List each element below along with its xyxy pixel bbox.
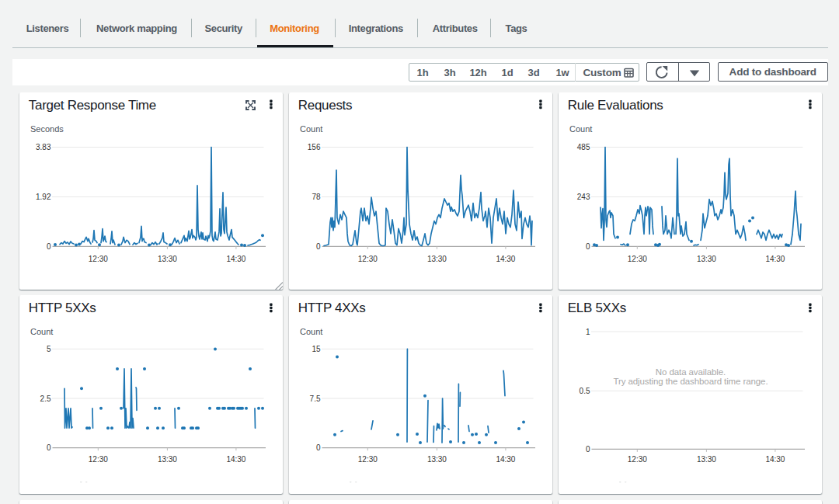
svg-text:Count: Count	[300, 327, 322, 336]
svg-text:0.5: 0.5	[580, 387, 590, 395]
svg-text:0: 0	[316, 443, 321, 452]
svg-text:14:30: 14:30	[496, 255, 515, 263]
svg-text:14:30: 14:30	[226, 456, 245, 464]
svg-text:12:30: 12:30	[89, 456, 108, 464]
svg-text:1: 1	[586, 328, 590, 336]
svg-text:0: 0	[586, 445, 590, 454]
svg-text:13:30: 13:30	[158, 255, 177, 263]
svg-text:Count: Count	[300, 124, 322, 134]
svg-text:243: 243	[577, 193, 590, 201]
svg-text:485: 485	[577, 143, 590, 151]
svg-text:2.5: 2.5	[40, 395, 51, 403]
svg-text:Try adjusting the dashboard ti: Try adjusting the dashboard time range.	[614, 377, 768, 386]
svg-text:14:30: 14:30	[765, 456, 785, 464]
svg-text:13:30: 13:30	[427, 255, 447, 263]
svg-text:1.92: 1.92	[36, 193, 51, 201]
svg-text:13:30: 13:30	[427, 456, 447, 464]
svg-text:12:30: 12:30	[628, 255, 647, 263]
svg-text:15: 15	[312, 345, 321, 353]
svg-text:14:30: 14:30	[496, 456, 515, 464]
svg-text:156: 156	[308, 143, 321, 151]
svg-text:5: 5	[47, 345, 51, 353]
svg-text:13:30: 13:30	[697, 255, 716, 263]
svg-text:12:30: 12:30	[358, 255, 378, 263]
svg-text:78: 78	[312, 193, 321, 201]
svg-text:14:30: 14:30	[226, 255, 245, 263]
svg-text:3.83: 3.83	[36, 143, 51, 151]
svg-text:Count: Count	[569, 124, 592, 134]
svg-text:Count: Count	[30, 327, 53, 336]
svg-text:12:30: 12:30	[89, 255, 108, 263]
svg-text:0: 0	[47, 242, 51, 251]
svg-text:No data available.: No data available.	[656, 367, 726, 377]
svg-text:7.5: 7.5	[310, 395, 321, 403]
svg-text:14:30: 14:30	[765, 255, 785, 263]
svg-text:12:30: 12:30	[628, 456, 647, 464]
svg-text:0: 0	[47, 443, 51, 452]
svg-text:13:30: 13:30	[697, 456, 716, 464]
svg-text:12:30: 12:30	[358, 456, 378, 464]
svg-text:0: 0	[586, 242, 590, 251]
svg-text:13:30: 13:30	[158, 456, 177, 464]
svg-text:Seconds: Seconds	[30, 124, 64, 134]
svg-text:0: 0	[316, 242, 321, 251]
